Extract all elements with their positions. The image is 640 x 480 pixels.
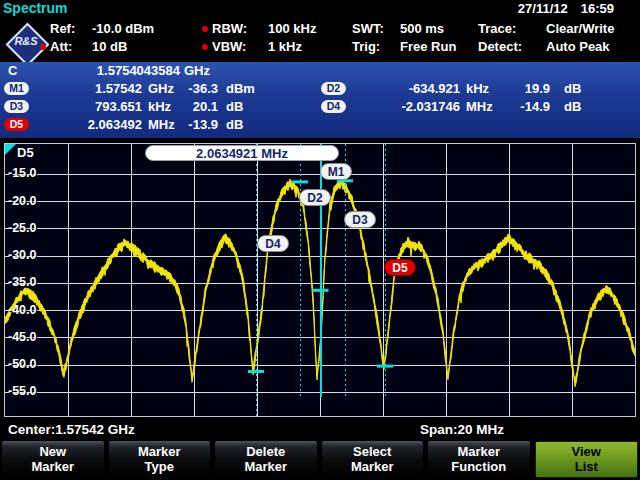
setting-label-att: Att: <box>50 39 72 54</box>
softkey-label: New <box>2 445 104 460</box>
marker-badge-D2: D2 <box>321 82 346 95</box>
y-tick-label--25.0: -25.0 <box>8 221 50 235</box>
marker-label-M1: M1 <box>320 163 352 180</box>
marker-D2-level: 19.9 <box>500 81 550 97</box>
softkey-marker-type[interactable]: MarkerType <box>109 441 211 478</box>
setting-value-ref: -10.0 dBm <box>92 21 154 36</box>
setting-value-vbw: 1 kHz <box>268 39 302 54</box>
marker-label-D5: D5 <box>384 259 416 276</box>
marker-D3-freq: 793.651 <box>38 99 142 115</box>
softkey-label: Delete <box>215 445 317 460</box>
center-frequency-readout: Center:1.57542 GHz <box>8 422 135 437</box>
setting-value-swt: 500 ms <box>400 21 444 36</box>
status-bullet-vbw <box>202 44 208 50</box>
softkey-label: Type <box>109 460 211 475</box>
marker-D4-level-unit: dB <box>564 99 581 115</box>
marker-table: C1.5754043584GHzM11.57542GHz-36.3dBmD2-6… <box>0 62 640 138</box>
setting-label-vbw: VBW: <box>212 39 246 54</box>
marker-D5-level-unit: dB <box>226 117 243 133</box>
setting-value-detect: Auto Peak <box>546 39 610 54</box>
softkey-label: Select <box>322 445 424 460</box>
spectrum-analyzer-screen: Spectrum 27/11/12 16:59 R&S Ref:-10.0 dB… <box>0 0 640 480</box>
center-row-unit: GHz <box>184 63 210 79</box>
marker-frequency-input[interactable]: 2.0634921 MHz <box>145 145 339 161</box>
marker-D5-freq: 2.063492 <box>38 117 142 133</box>
marker-D4-level: -14.9 <box>500 99 550 115</box>
setting-value-att: 10 dB <box>92 39 127 54</box>
marker-D3-level: 20.1 <box>178 99 218 115</box>
marker-D4-freq: -2.031746 <box>352 99 460 115</box>
setting-label-rbw: RBW: <box>212 21 247 36</box>
y-tick-label--50.0: -50.0 <box>8 357 50 371</box>
softkey-bar: NewMarkerMarkerTypeDeleteMarkerSelectMar… <box>0 441 640 478</box>
spectrum-svg <box>5 144 635 416</box>
marker-D2-level-unit: dB <box>564 81 581 97</box>
marker-M1-level-unit: dBm <box>226 81 255 97</box>
softkey-label: Marker <box>322 460 424 475</box>
marker-D2-freq: -634.921 <box>352 81 460 97</box>
marker-D4-freq-unit: MHz <box>466 99 493 115</box>
marker-D5-freq-unit: MHz <box>148 117 175 133</box>
y-tick-label--55.0: -55.0 <box>8 384 50 398</box>
setting-label-trig: Trig: <box>352 39 380 54</box>
datetime: 27/11/12 16:59 <box>518 1 614 16</box>
softkey-label: Marker <box>428 445 530 460</box>
softkey-label: Marker <box>215 460 317 475</box>
setting-value-trig: Free Run <box>400 39 456 54</box>
marker-label-D3: D3 <box>344 211 376 228</box>
softkey-label: Marker <box>2 460 104 475</box>
marker-M1-level: -36.3 <box>178 81 218 97</box>
setting-value-trace: Clear/Write <box>546 21 614 36</box>
span-readout: Span:20 MHz <box>420 422 504 437</box>
entry-marker-name: D5 <box>17 145 34 160</box>
time-text: 16:59 <box>581 1 614 16</box>
spectrum-plot: -15.0-20.0-25.0-30.0-35.0-40.0-45.0-50.0… <box>4 143 636 417</box>
mode-title: Spectrum <box>3 0 68 16</box>
softkey-marker-function[interactable]: MarkerFunction <box>428 441 530 478</box>
setting-label-detect: Detect: <box>478 39 522 54</box>
marker-D2-freq-unit: kHz <box>466 81 489 97</box>
marker-badge-D5: D5 <box>4 118 29 131</box>
rs-logo: R&S <box>5 22 47 64</box>
date-text: 27/11/12 <box>518 1 568 16</box>
y-tick-label--15.0: -15.0 <box>8 166 50 180</box>
center-row-value: 1.5754043584 <box>36 63 180 79</box>
marker-badge-D3: D3 <box>4 100 29 113</box>
marker-D3-freq-unit: kHz <box>148 99 171 115</box>
setting-label-trace: Trace: <box>478 21 516 36</box>
y-tick-label--45.0: -45.0 <box>8 330 50 344</box>
status-bullet-rbw <box>202 26 208 32</box>
y-tick-label--40.0: -40.0 <box>8 303 50 317</box>
status-bullet-att <box>40 44 46 50</box>
marker-D3-level-unit: dB <box>226 99 243 115</box>
marker-M1-freq-unit: GHz <box>148 81 174 97</box>
softkey-select-marker[interactable]: SelectMarker <box>322 441 424 478</box>
softkey-label: View <box>536 445 638 460</box>
y-tick-label--20.0: -20.0 <box>8 194 50 208</box>
softkey-label: Marker <box>109 445 211 460</box>
marker-label-D2: D2 <box>299 189 331 206</box>
softkey-view-list[interactable]: ViewList <box>535 441 639 478</box>
marker-M1-freq: 1.57542 <box>38 81 142 97</box>
center-row-id: C <box>8 63 17 79</box>
softkey-label: List <box>536 460 638 475</box>
softkey-label: Function <box>428 460 530 475</box>
marker-badge-M1: M1 <box>4 82 29 95</box>
softkey-new-marker[interactable]: NewMarker <box>2 441 104 478</box>
marker-badge-D4: D4 <box>321 100 346 113</box>
y-tick-label--30.0: -30.0 <box>8 248 50 262</box>
setting-value-rbw: 100 kHz <box>268 21 316 36</box>
marker-D5-level: -13.9 <box>178 117 218 133</box>
softkey-delete-marker[interactable]: DeleteMarker <box>215 441 317 478</box>
marker-label-D4: D4 <box>257 235 289 252</box>
setting-label-swt: SWT: <box>352 21 384 36</box>
y-tick-label--35.0: -35.0 <box>8 275 50 289</box>
setting-label-ref: Ref: <box>50 21 75 36</box>
